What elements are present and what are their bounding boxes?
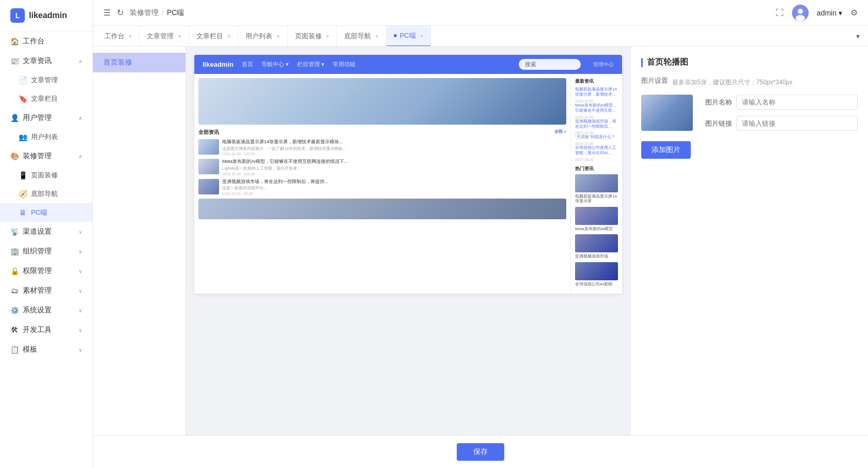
- sidebar-item-workbench[interactable]: 🏠 工作台: [0, 32, 92, 51]
- sidebar-item-pc-end[interactable]: 🖥 PC端: [0, 203, 92, 222]
- chevron-down-icon: ∨: [79, 347, 82, 353]
- sidebar-item-channel[interactable]: 📡 渠道设置 ∨: [0, 222, 92, 241]
- sidebar-item-label: 文章资讯: [23, 56, 74, 66]
- sidebar-item-page-decor[interactable]: 📱 页面装修: [0, 166, 92, 185]
- tab-close-icon[interactable]: ×: [178, 33, 181, 39]
- sidebar-item-material[interactable]: 🗂 素材管理 ∨: [0, 281, 92, 300]
- refresh-icon[interactable]: ↻: [117, 8, 123, 18]
- image-settings-header: 图片设置 最多添加5张，建议图片尺寸：750px*340px: [641, 76, 858, 88]
- image-name-input[interactable]: [736, 95, 858, 110]
- chevron-down-icon: ∧: [79, 154, 82, 159]
- fullscreen-icon[interactable]: ⛶: [776, 8, 784, 18]
- sidebar-item-user-list[interactable]: 👥 用户列表: [0, 128, 92, 146]
- img-thumb-inner: [641, 95, 693, 131]
- article-meta-3: 2023-10-30 89.2K: [222, 192, 566, 195]
- user-name: admin: [817, 9, 836, 17]
- preview-hot-title: 热门资讯: [575, 165, 618, 172]
- sidebar-item-permission[interactable]: 🔒 权限管理 ∨: [0, 261, 92, 281]
- breadcrumb-separator: /: [162, 9, 164, 17]
- article-title-3: 亚洲视频游戏市场，将在达到一些限制后，将提供...: [222, 179, 566, 185]
- image-link-input[interactable]: [736, 116, 858, 131]
- logo-text: likeadmin: [29, 11, 67, 20]
- preview-latest-4: "天花板"到底是什么？: [575, 134, 618, 140]
- sidebar-item-label: 模板: [23, 345, 74, 354]
- tabs-more-icon[interactable]: ▾: [852, 32, 864, 40]
- hot-img-3: [575, 234, 618, 252]
- sidebar-item-label: 素材管理: [23, 286, 74, 295]
- tab-close-icon[interactable]: ×: [129, 33, 132, 39]
- preview-nav-link-home: 首页: [242, 61, 253, 68]
- image-name-label: 图片名称: [701, 98, 732, 107]
- tab-close-icon[interactable]: ×: [227, 33, 230, 39]
- sidebar-item-bottom-nav[interactable]: 🧭 底部导航: [0, 185, 92, 203]
- sidebar-item-system[interactable]: ⚙️ 系统设置 ∨: [0, 300, 92, 320]
- tab-close-icon[interactable]: ×: [375, 33, 378, 39]
- chevron-down-icon: ∨: [79, 288, 82, 294]
- image-name-row: 图片名称: [701, 95, 858, 110]
- tab-close-icon[interactable]: ×: [420, 33, 423, 39]
- chevron-down-icon: ∨: [79, 327, 82, 333]
- save-button[interactable]: 保存: [457, 443, 504, 461]
- template-icon: 📋: [10, 345, 19, 354]
- chevron-down-icon: ∧: [79, 58, 82, 64]
- sidebar-sub-label: PC端: [31, 208, 47, 217]
- menu-icon[interactable]: ☰: [103, 8, 111, 18]
- tab-page-decor[interactable]: 页面装修 ×: [288, 26, 337, 47]
- sidebar-item-label: 工作台: [23, 37, 82, 46]
- bottom-nav-icon: 🧭: [19, 190, 27, 198]
- tab-workbench[interactable]: 工作台 ×: [97, 26, 140, 47]
- tab-article-column[interactable]: 文章栏目 ×: [189, 26, 238, 47]
- sidebar-item-article[interactable]: 📰 文章资讯 ∧: [0, 51, 92, 71]
- article-desc-3: 这是一款新的游戏平台...: [222, 186, 566, 191]
- image-settings-desc: 最多添加5张，建议图片尺寸：750px*340px: [672, 78, 793, 87]
- active-tab-dot: [394, 34, 397, 37]
- preview-hot-section: 热门资讯 电脑装嵌液晶显示屏14张显示屏 Meta发布新的AI模型: [575, 165, 618, 287]
- breadcrumb-current: PC端: [167, 8, 184, 18]
- tab-close-icon[interactable]: ×: [326, 33, 329, 39]
- workbench-icon: 🏠: [10, 37, 19, 46]
- page-item-homepage[interactable]: 首页装修: [93, 53, 185, 72]
- preview-nav-link-nav: 导航中心 ▾: [261, 61, 289, 68]
- sidebar-item-decoration[interactable]: 🎨 装修管理 ∧: [0, 146, 92, 166]
- decoration-icon: 🎨: [10, 152, 19, 160]
- sidebar-item-template[interactable]: 📋 模板 ∨: [0, 340, 92, 359]
- main-area: ☰ ↻ 装修管理 / PC端 ⛶ admin ▾ ⚙: [93, 0, 868, 468]
- preview-hero-img: [198, 78, 566, 125]
- sidebar-item-article-manage[interactable]: 📄 文章管理: [0, 71, 92, 89]
- preview-article-3: 亚洲视频游戏市场，将在达到一些限制后，将提供... 这是一款新的游戏平台... …: [198, 179, 566, 195]
- user-info[interactable]: admin ▾: [817, 9, 842, 17]
- tab-label: 页面装修: [295, 32, 322, 41]
- preview-nav-link-func: 常用功能: [333, 61, 355, 68]
- hot-img-4: [575, 262, 618, 280]
- chevron-down-icon: ∨: [79, 268, 82, 274]
- add-image-button[interactable]: 添加图片: [641, 141, 691, 159]
- sidebar-item-org[interactable]: 🏢 组织管理 ∨: [0, 241, 92, 261]
- preview-bottom-img: [198, 199, 566, 219]
- article-title-1: 电脑装嵌液晶显示屏14张显示屏，新增技术最新显示模块...: [222, 139, 566, 145]
- preview-body: 全部资讯全部 > 电脑装嵌液晶显示屏14张显示屏，新增技术最新显示模块... 这…: [194, 74, 622, 294]
- tab-label: 工作台: [104, 32, 125, 41]
- image-thumbnail: [641, 95, 693, 131]
- hot-text-2: Meta发布新的AI模型: [575, 227, 618, 232]
- avatar[interactable]: [792, 5, 809, 21]
- article-column-icon: 🔖: [19, 95, 27, 103]
- sidebar-item-user[interactable]: 👤 用户管理 ∧: [0, 108, 92, 128]
- tab-article-manage[interactable]: 文章管理 ×: [140, 26, 189, 47]
- sidebar-item-article-column[interactable]: 🔖 文章栏目: [0, 89, 92, 108]
- sidebar-item-dev[interactable]: 🛠 开发工具 ∨: [0, 320, 92, 340]
- preview-hero: [198, 78, 566, 125]
- tab-label: PC端: [400, 31, 416, 40]
- preview-all-title: 全部资讯全部 >: [198, 129, 566, 136]
- settings-icon[interactable]: ⚙: [850, 8, 858, 18]
- hot-img-1: [575, 174, 618, 192]
- tab-close-icon[interactable]: ×: [276, 33, 280, 39]
- preview-area: likeadmin 首页 导航中心 ▾ 栏目管理 ▾ 常用功能 搜索 管理中心: [186, 47, 630, 435]
- settings-panel: 首页轮播图 图片设置 最多添加5张，建议图片尺寸：750px*340px 图片名: [630, 47, 868, 435]
- breadcrumb-parent: 装修管理: [130, 8, 159, 18]
- preview-nav-logo: likeadmin: [203, 61, 234, 68]
- tab-pc-end[interactable]: PC端 ×: [386, 26, 431, 47]
- tab-bottom-nav[interactable]: 底部导航 ×: [337, 26, 386, 47]
- page-panel: 首页装修: [93, 47, 186, 435]
- tab-user-list[interactable]: 用户列表 ×: [238, 26, 287, 47]
- chevron-down-icon: ∨: [79, 229, 82, 235]
